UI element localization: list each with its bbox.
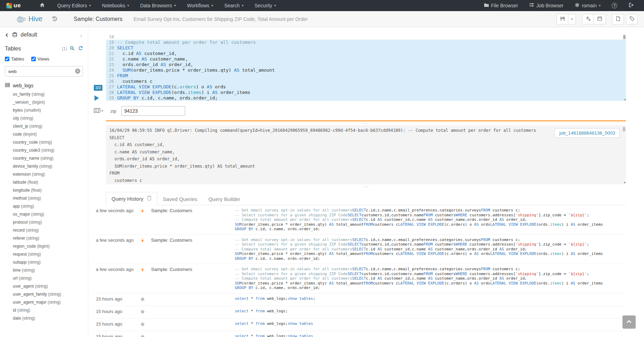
scroll-to-top-button[interactable] [622, 315, 636, 329]
editor-scrollbar-thumb[interactable] [623, 35, 626, 39]
table-filter-input[interactable] [5, 66, 83, 77]
new-document-button[interactable] [612, 14, 624, 24]
job-link[interactable]: job_1461888648136_0003 [555, 128, 620, 138]
nav-menu-item[interactable]: Query Editors ▾ [52, 0, 97, 11]
execute-query-button[interactable] [94, 95, 99, 101]
variables-menu-button[interactable]: ▾ [94, 108, 103, 114]
table-column[interactable]: longitude (float) [5, 186, 83, 194]
editor-line[interactable]: 20SELECT [106, 45, 626, 51]
table-column[interactable]: url (string) [5, 274, 83, 282]
editor-line[interactable]: 27LATERAL VIEW EXPLODE(c.orders) o AS or… [106, 84, 626, 90]
nav-menu-item[interactable]: Security ▾ [249, 0, 282, 11]
sql-editor[interactable]: 3/3 1819-- Compute total amount per orde… [106, 34, 626, 101]
hue-logo[interactable]: ue [0, 0, 24, 11]
collapse-panel-icon[interactable] [80, 33, 83, 37]
editor-scroll-down-icon[interactable]: ▾ [624, 98, 626, 102]
history-row[interactable]: a few seconds ago Sample: Customers -- G… [94, 264, 626, 294]
history-row[interactable]: a few seconds ago Sample: Customers -- G… [94, 205, 626, 235]
history-time: a few seconds ago [94, 208, 140, 213]
table-column[interactable]: client_ip (string) [5, 122, 83, 130]
table-column[interactable]: time (string) [5, 266, 83, 274]
editor-line[interactable]: 28LATERAL VIEW EXPLODE(ords.items) i AS … [106, 90, 626, 95]
home-button[interactable] [35, 0, 50, 11]
table-column[interactable]: request (string) [5, 250, 83, 258]
database-name[interactable]: default [20, 32, 37, 38]
refresh-tables-button[interactable] [78, 46, 83, 52]
table-column[interactable]: bytes (smallint) [5, 106, 83, 114]
table-column[interactable]: user_agent_family (string) [5, 290, 83, 298]
status-expired-icon [140, 267, 145, 273]
table-column[interactable]: country_code (string) [5, 138, 83, 146]
table-column[interactable]: id (string) [5, 306, 83, 314]
history-row[interactable]: 15 hours ago select * from web_logs;show… [94, 294, 626, 306]
save-options-button[interactable]: ▾ [568, 14, 576, 24]
table-column[interactable]: country_name (string) [5, 154, 83, 162]
table-column[interactable]: _version_ (bigint) [5, 98, 83, 106]
resize-grip-bottom[interactable]: ··· [106, 184, 626, 188]
table-column[interactable]: date (string) [5, 314, 83, 322]
editor-line[interactable]: 29GROUP BY c.id, c.name, ords.order_id; [106, 95, 626, 101]
table-column[interactable]: country_code3 (string) [5, 146, 83, 154]
results-tab[interactable]: Query History [106, 192, 157, 205]
editor-line[interactable]: 21 c.id AS customer_id, [106, 51, 626, 56]
table-column[interactable]: record (string) [5, 226, 83, 234]
table-column[interactable]: method (string) [5, 194, 83, 202]
save-button[interactable] [556, 14, 568, 24]
logout-button[interactable] [623, 0, 639, 11]
table-column[interactable]: referer (string) [5, 234, 83, 242]
nav-menu-item[interactable]: Search ▾ [219, 0, 249, 11]
schedule-button[interactable] [594, 14, 606, 24]
editor-line[interactable]: 23 ords.order_id AS order_id, [106, 62, 626, 67]
column-type: (string) [48, 300, 60, 305]
nav-menu-item[interactable]: Notebooks ▾ [96, 0, 134, 11]
variable-value-input[interactable] [121, 106, 185, 116]
resize-grip-top[interactable]: ··· [106, 121, 626, 125]
table-column[interactable]: code (tinyint) [5, 130, 83, 138]
views-checkbox-input[interactable] [31, 57, 36, 61]
help-button[interactable]: ? [606, 0, 623, 11]
editor-line[interactable]: 19-- Compute total amount per order for … [106, 40, 626, 45]
history-row[interactable]: 15 hours ago select * from web_logs;show… [94, 319, 626, 331]
editor-line[interactable]: 22 c.name AS customer_name, [106, 56, 626, 62]
column-type: (string) [19, 276, 32, 281]
results-tab[interactable]: Query Builder [203, 193, 246, 205]
log-scrollbar-thumb[interactable] [623, 127, 625, 131]
table-column[interactable]: extension (string) [5, 170, 83, 178]
tables-checkbox-input[interactable] [5, 57, 9, 61]
editor-line[interactable]: 18 [106, 34, 626, 40]
editor-line[interactable]: 24 SUM(order_items.price * order_items.q… [106, 67, 626, 73]
file-browser-link[interactable]: File Browser [478, 0, 524, 11]
tags-button[interactable] [626, 14, 638, 24]
nav-menu-item[interactable]: Workflows ▾ [181, 0, 218, 11]
table-column[interactable]: protocol (string) [5, 218, 83, 226]
table-column[interactable]: app (string) [5, 202, 83, 210]
filter-views-checkbox[interactable]: Views [31, 56, 49, 62]
filter-tables-checkbox[interactable]: Tables [5, 56, 24, 62]
user-menu[interactable]: romain ▾ [569, 0, 606, 11]
results-tab[interactable]: Saved Queries [157, 193, 203, 205]
history-row[interactable]: 15 hours ago select * from web_logs;show… [94, 331, 626, 337]
table-column[interactable]: user_agent_major (string) [5, 298, 83, 306]
nav-menu-item[interactable]: Data Browsers ▾ [134, 0, 181, 11]
history-row[interactable]: 15 hours ago select * from web_logs; [94, 306, 626, 319]
table-column[interactable]: latitude (float) [5, 178, 83, 186]
table-column[interactable]: user_agent (string) [5, 282, 83, 290]
table-column[interactable]: city (string) [5, 114, 83, 122]
search-tables-button[interactable] [70, 46, 75, 52]
query-history-icon[interactable] [51, 16, 58, 22]
back-chevron-icon[interactable] [5, 32, 9, 37]
table-column[interactable]: subapp (string) [5, 258, 83, 266]
job-browser-link[interactable]: Job Browser [523, 0, 569, 11]
table-column[interactable]: os_major (string) [5, 210, 83, 218]
clear-filter-icon[interactable]: × [75, 69, 80, 74]
tab-label: Saved Queries [163, 196, 197, 202]
settings-button[interactable] [582, 14, 594, 24]
editor-line[interactable]: 25FROM [106, 73, 626, 79]
log-scroll-down-icon[interactable]: ▾ [624, 180, 626, 184]
table-column[interactable]: region_code (bigint) [5, 242, 83, 250]
table-column[interactable]: device_family (string) [5, 162, 83, 170]
history-row[interactable]: a few seconds ago Sample: Customers -- G… [94, 235, 626, 264]
editor-line[interactable]: 26 customers c [106, 79, 626, 84]
table-column[interactable]: os_family (string) [5, 90, 83, 98]
table-item-web-logs[interactable]: web_logs [5, 82, 83, 89]
